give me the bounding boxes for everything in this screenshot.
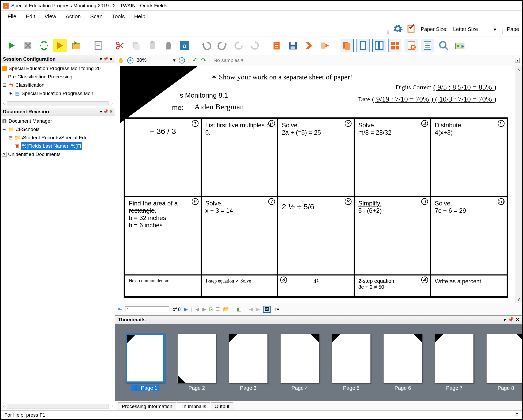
hscroll[interactable]: <> xyxy=(1,403,115,410)
session-config-header[interactable]: Session Configuration ▾ 📌 ✕ xyxy=(1,55,115,63)
status-bar: For Help, press F1 P xyxy=(1,410,522,419)
thumbnails-header[interactable]: Thumbnails ▾ 📌 ✕ xyxy=(115,316,522,324)
pin-icon[interactable]: 📌 xyxy=(508,317,514,323)
menu-file[interactable]: File xyxy=(8,13,16,20)
folder-arrow-icon[interactable] xyxy=(69,39,83,52)
view-pages-stack-icon[interactable] xyxy=(340,39,354,52)
viewer-menu-icon[interactable]: ▾ xyxy=(515,58,520,63)
undo-green-icon[interactable]: ↶ xyxy=(193,57,198,64)
svg-point-37 xyxy=(440,42,446,48)
zoom-target-icon[interactable]: + xyxy=(127,57,133,64)
tag-icon-green[interactable]: ◧ xyxy=(237,306,241,312)
magnifier-icon[interactable] xyxy=(437,39,450,52)
pin-icon[interactable]: 📌 xyxy=(103,109,108,114)
menu-help[interactable]: Help xyxy=(134,13,145,20)
expand-icon[interactable]: ⊟ xyxy=(2,83,7,88)
tree-item[interactable]: CFSchools xyxy=(15,125,40,134)
thumbnail[interactable]: Page 5 xyxy=(332,334,371,391)
viewer-toolbar: ✋ + 30% ▾ − | ↶ ↷ | No samples ▾ ▾ xyxy=(115,55,522,66)
view-list-icon[interactable] xyxy=(421,39,434,52)
nav-left-icon[interactable]: ◀ xyxy=(195,306,199,312)
thumbnail[interactable]: Page 8 xyxy=(486,334,522,391)
nav-left-gray-icon[interactable]: ◀ xyxy=(249,306,253,312)
page-list-icon[interactable]: ☰ xyxy=(215,306,220,312)
view-grid-icon[interactable] xyxy=(388,39,402,52)
thumbnail[interactable]: Page 2 xyxy=(177,334,216,391)
save-icon[interactable] xyxy=(286,39,299,52)
vertical-scrollbar[interactable]: ∧∨ xyxy=(515,66,522,303)
close-icon[interactable]: ✕ xyxy=(109,57,113,61)
viewer-body[interactable]: ∧∨ ✶ Show your work on a separate sheet … xyxy=(115,66,522,303)
recycle-icon[interactable] xyxy=(37,39,51,52)
pin-icon[interactable]: 📌 xyxy=(103,57,108,61)
panel-menu-icon[interactable]: ▾ xyxy=(100,109,102,114)
view-split-icon[interactable] xyxy=(372,39,386,52)
tree-item[interactable]: Pre-Classification Processing xyxy=(8,73,72,81)
thumbnail[interactable]: 👤 Page 1 xyxy=(126,334,165,391)
menu-action[interactable]: Action xyxy=(66,13,81,20)
redo-icon[interactable] xyxy=(216,39,229,52)
tree-item[interactable]: Document Manager xyxy=(9,117,52,125)
zoom-out-icon[interactable]: − xyxy=(179,57,185,64)
settings-gear-icon[interactable] xyxy=(393,23,403,35)
checklist-icon[interactable] xyxy=(407,23,417,35)
zoom-select[interactable]: 30% ▾ xyxy=(137,57,176,63)
paper-size-select[interactable]: Letter Size ▾ xyxy=(451,26,498,33)
panel-menu-icon[interactable]: ▾ xyxy=(100,57,102,61)
menu-view[interactable]: View xyxy=(44,13,56,20)
export-arrow-icon[interactable] xyxy=(318,39,332,52)
close-icon[interactable]: ✕ xyxy=(109,109,113,114)
expand-icon[interactable]: ⊞ xyxy=(8,91,13,96)
open-folder-icon[interactable]: 📂 xyxy=(223,306,229,312)
tree-item[interactable]: \Student Records\Special Edu xyxy=(22,134,88,142)
redo-green-icon[interactable]: ↷ xyxy=(201,57,206,64)
page-icon[interactable] xyxy=(91,39,105,52)
forward-highlighted-icon[interactable] xyxy=(53,39,67,52)
menu-tools[interactable]: Tools xyxy=(112,13,125,20)
letter-a-icon[interactable]: a xyxy=(178,39,191,52)
image-thumb-icon[interactable]: 🖼 xyxy=(263,306,271,313)
orange-arrow-icon[interactable] xyxy=(302,39,316,52)
view-delete-icon[interactable] xyxy=(405,39,418,52)
tree-item[interactable]: Special Education Progress Moni xyxy=(22,89,94,98)
copy-page-icon[interactable]: ⎘ xyxy=(209,306,212,312)
tab-processing-information[interactable]: Processing Information xyxy=(118,402,176,410)
page-next-icon[interactable]: ▶ xyxy=(184,306,188,312)
expand-icon[interactable]: ⊟ xyxy=(8,135,13,140)
menu-scan[interactable]: Scan xyxy=(90,13,103,20)
page-first-icon[interactable]: ⇤ xyxy=(118,306,122,312)
menu-edit[interactable]: Edit xyxy=(26,13,35,20)
view-single-icon[interactable] xyxy=(356,39,370,52)
thumbnail[interactable]: Page 7 xyxy=(435,334,474,391)
page-number-input[interactable] xyxy=(125,306,169,312)
landscape-run-icon[interactable] xyxy=(453,39,467,52)
expand-icon[interactable]: ⊟ xyxy=(2,127,7,132)
tab-output[interactable]: Output xyxy=(211,402,233,410)
nav-right-icon[interactable]: ▶ xyxy=(202,306,206,312)
thumbnail[interactable]: Page 3 xyxy=(229,334,268,391)
hscroll[interactable]: <> xyxy=(1,100,115,108)
revision-tree[interactable]: ▥Document Manager ⊟📁CFSchools ⊟📁\Student… xyxy=(1,116,115,403)
run-play-icon[interactable] xyxy=(5,39,18,52)
no-samples-dropdown[interactable]: No samples ▾ xyxy=(214,57,244,63)
thumbnail[interactable]: Page 4 xyxy=(280,334,319,391)
thumbnails-strip[interactable]: 👤 Page 1 Page 2 Page 3 Page 4 xyxy=(115,324,522,401)
tree-item-selected[interactable]: %(Fields.Last Name), %(Fi xyxy=(21,142,82,150)
tree-item[interactable]: Special Education Progress Monitoring 20 xyxy=(9,64,101,73)
undo-icon[interactable] xyxy=(200,39,213,52)
nav-right-gray-icon[interactable]: ▶ xyxy=(256,306,260,312)
scissors-icon[interactable] xyxy=(113,39,127,52)
tab-thumbnails[interactable]: Thumbnails xyxy=(177,402,210,410)
orange-doc-icon[interactable] xyxy=(270,39,283,52)
tree-item[interactable]: Classification xyxy=(15,81,44,89)
document-revision-header[interactable]: Document Revision ▾ 📌 ✕ xyxy=(1,108,115,116)
panel-menu-icon[interactable]: ▾ xyxy=(503,317,506,323)
thumbnail[interactable]: Page 6 xyxy=(383,334,422,391)
text-mode-icon[interactable]: T≡ xyxy=(274,307,280,312)
trash-icon[interactable] xyxy=(162,39,175,52)
hand-tool-icon[interactable]: ✋ xyxy=(118,57,124,63)
close-icon[interactable]: ✕ xyxy=(515,317,520,323)
tree-item[interactable]: Unidentified Documents xyxy=(8,150,61,159)
session-tree[interactable]: 🟧Special Education Progress Monitoring 2… xyxy=(1,63,115,100)
problem-cell: 10Solve.7c − 6 = 29 xyxy=(431,197,507,275)
